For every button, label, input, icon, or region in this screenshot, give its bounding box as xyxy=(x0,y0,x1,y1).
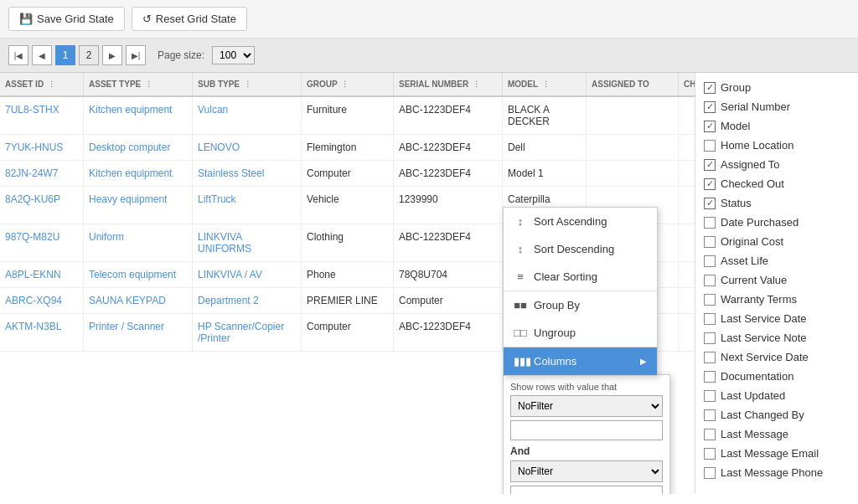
cell-sub-type[interactable]: LINKVIVA / AV xyxy=(193,262,302,287)
cell-asset-id[interactable]: ABRC-XQ94 xyxy=(0,288,84,313)
right-item-last-service-note[interactable]: Last Service Note xyxy=(704,328,850,347)
right-item-original-cost[interactable]: Original Cost xyxy=(704,232,850,251)
cb-home-location[interactable] xyxy=(704,140,716,152)
save-grid-state-button[interactable]: 💾 Save Grid State xyxy=(8,7,125,31)
cell-asset-type[interactable]: Telecom equipment xyxy=(84,262,193,287)
cb-next-service-date[interactable] xyxy=(704,352,716,363)
cb-last-message[interactable] xyxy=(704,429,716,440)
right-item-last-message[interactable]: Last Message xyxy=(704,424,850,444)
col-checked-out[interactable]: CHECKE... xyxy=(679,73,695,95)
sort-icon-group: ⋮ xyxy=(341,80,349,89)
cb-status[interactable] xyxy=(704,198,716,209)
ctx-ungroup[interactable]: □□ Ungroup xyxy=(504,319,657,347)
ctx-sort-asc[interactable]: ↕ Sort Ascending xyxy=(504,208,657,235)
cell-sub-type[interactable]: LINKVIVA UNIFORMS xyxy=(193,224,302,261)
right-item-next-service-date[interactable]: Next Service Date xyxy=(704,347,850,367)
right-item-last-message-email[interactable]: Last Message Email xyxy=(704,444,850,463)
filter-condition-2-select[interactable]: NoFilter Is equal to Is not equal to Con… xyxy=(510,460,663,482)
cell-asset-type[interactable]: SAUNA KEYPAD xyxy=(84,288,193,313)
cell-asset-type[interactable]: Kitchen equipment xyxy=(84,97,193,134)
col-group[interactable]: GROUP ⋮ xyxy=(302,73,394,95)
right-item-home-location[interactable]: Home Location xyxy=(704,136,850,155)
col-model[interactable]: MODEL ⋮ xyxy=(503,73,587,95)
cb-last-message-phone[interactable] xyxy=(704,467,716,479)
right-item-documentation[interactable]: Documentation xyxy=(704,367,850,386)
right-item-last-service-date[interactable]: Last Service Date xyxy=(704,309,850,328)
right-item-warranty-terms[interactable]: Warranty Terms xyxy=(704,290,850,309)
next-page-button[interactable]: ▶ xyxy=(102,45,122,65)
cb-last-changed-by[interactable] xyxy=(704,409,716,421)
page-1-button[interactable]: 1 xyxy=(55,45,75,65)
cell-sub-type[interactable]: HP Scanner/Copier /Printer xyxy=(193,314,302,351)
reset-grid-state-button[interactable]: ↺ Reset Grid State xyxy=(132,7,247,31)
cell-model: Model 1 xyxy=(503,161,587,186)
cell-asset-id[interactable]: 8A2Q-KU6P xyxy=(0,187,84,224)
cell-asset-id[interactable]: 82JN-24W7 xyxy=(0,161,84,186)
right-panel: Group Serial Number Model Home Location … xyxy=(695,73,858,494)
cb-serial-number[interactable] xyxy=(704,101,716,113)
cb-original-cost[interactable] xyxy=(704,236,716,248)
cell-asset-type[interactable]: Uniform xyxy=(84,224,193,261)
table-row: 7YUK-HNUS Desktop computer LENOVO Flemin… xyxy=(0,135,695,161)
cb-checked-out[interactable] xyxy=(704,178,716,190)
cell-sub-type[interactable]: Vulcan xyxy=(193,97,302,134)
col-assigned-to[interactable]: ASSIGNED TO xyxy=(587,73,679,95)
right-item-checked-out[interactable]: Checked Out xyxy=(704,174,850,193)
right-item-date-purchased[interactable]: Date Purchased xyxy=(704,213,850,232)
ctx-sort-desc[interactable]: ↕ Sort Descending xyxy=(504,235,657,263)
page-size-select[interactable]: 100 50 25 xyxy=(212,46,255,64)
col-asset-type[interactable]: ASSET TYPE ⋮ xyxy=(84,73,193,95)
right-item-model[interactable]: Model xyxy=(704,116,850,136)
cb-last-updated[interactable] xyxy=(704,390,716,402)
cell-asset-type[interactable]: Kitchen equipment xyxy=(84,161,193,186)
col-sub-type[interactable]: SUB TYPE ⋮ xyxy=(193,73,302,95)
cb-assigned-to[interactable] xyxy=(704,159,716,171)
cb-group[interactable] xyxy=(704,82,716,94)
cb-current-value[interactable] xyxy=(704,275,716,286)
ctx-columns[interactable]: ▮▮▮ Columns ▶ xyxy=(504,347,657,375)
cb-last-service-note[interactable] xyxy=(704,332,716,344)
filter-condition-1-select[interactable]: NoFilter Is equal to Is not equal to Con… xyxy=(510,395,663,417)
sort-desc-icon: ↕ xyxy=(514,243,527,255)
cb-asset-life[interactable] xyxy=(704,255,716,267)
cell-asset-id[interactable]: 7YUK-HNUS xyxy=(0,135,84,160)
grid-header: ASSET ID ⋮ ASSET TYPE ⋮ SUB TYPE ⋮ GROUP… xyxy=(0,73,695,97)
cell-asset-id[interactable]: 7UL8-STHX xyxy=(0,97,84,134)
cell-sub-type[interactable]: LiftTruck xyxy=(193,187,302,224)
right-item-last-changed-by[interactable]: Last Changed By xyxy=(704,405,850,424)
right-item-status[interactable]: Status xyxy=(704,193,850,213)
ctx-group-by[interactable]: ■■ Group By xyxy=(504,291,657,319)
cell-sub-type[interactable]: LENOVO xyxy=(193,135,302,160)
col-serial-number[interactable]: SERIAL NUMBER ⋮ xyxy=(394,73,503,95)
right-item-serial-number[interactable]: Serial Number xyxy=(704,97,850,116)
prev-page-button[interactable]: ◀ xyxy=(32,45,52,65)
cell-asset-id[interactable]: AKTM-N3BL xyxy=(0,314,84,351)
right-item-group[interactable]: Group xyxy=(704,78,850,97)
cell-sub-type[interactable]: Stainless Steel xyxy=(193,161,302,186)
cb-date-purchased[interactable] xyxy=(704,217,716,229)
right-item-last-updated[interactable]: Last Updated xyxy=(704,386,850,405)
cb-model[interactable] xyxy=(704,121,716,132)
cb-documentation[interactable] xyxy=(704,371,716,383)
cell-asset-type[interactable]: Printer / Scanner xyxy=(84,314,193,351)
right-item-assigned-to[interactable]: Assigned To xyxy=(704,155,850,174)
cb-last-message-email[interactable] xyxy=(704,448,716,460)
right-item-asset-life[interactable]: Asset Life xyxy=(704,251,850,270)
cb-last-service-date[interactable] xyxy=(704,313,716,325)
filter-value-2-input[interactable] xyxy=(510,486,663,494)
filter-value-1-input[interactable] xyxy=(510,420,663,440)
cell-asset-type[interactable]: Desktop computer xyxy=(84,135,193,160)
ctx-clear-sorting[interactable]: ≡ Clear Sorting xyxy=(504,263,657,291)
cell-group: Vehicle xyxy=(302,187,394,224)
page-2-button[interactable]: 2 xyxy=(79,45,99,65)
right-item-current-value[interactable]: Current Value xyxy=(704,270,850,290)
cb-warranty-terms[interactable] xyxy=(704,294,716,306)
cell-asset-type[interactable]: Heavy equipment xyxy=(84,187,193,224)
cell-sub-type[interactable]: Department 2 xyxy=(193,288,302,313)
cell-asset-id[interactable]: A8PL-EKNN xyxy=(0,262,84,287)
col-asset-id[interactable]: ASSET ID ⋮ xyxy=(0,73,84,95)
right-item-last-message-phone[interactable]: Last Message Phone xyxy=(704,463,850,482)
first-page-button[interactable]: |◀ xyxy=(8,45,28,65)
last-page-button[interactable]: ▶| xyxy=(126,45,146,65)
cell-asset-id[interactable]: 987Q-M82U xyxy=(0,224,84,261)
